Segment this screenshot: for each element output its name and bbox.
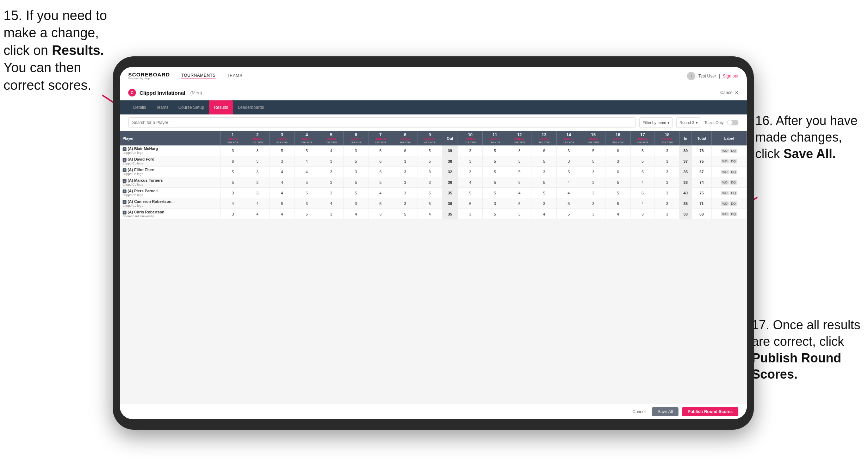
score-hole-1[interactable]: 5: [221, 177, 245, 188]
score-hole-14[interactable]: 3: [556, 156, 581, 167]
score-hole-1[interactable]: 6: [221, 156, 245, 167]
score-hole-16[interactable]: 3: [606, 156, 630, 167]
score-hole-9[interactable]: 3: [417, 167, 442, 177]
score-hole-8[interactable]: 6: [393, 145, 417, 156]
score-hole-13[interactable]: 5: [532, 177, 557, 188]
score-hole-1[interactable]: 4: [221, 198, 245, 209]
score-hole-2[interactable]: 4: [245, 198, 270, 209]
score-hole-7[interactable]: 4: [368, 188, 393, 198]
score-hole-16[interactable]: 5: [606, 198, 630, 209]
score-hole-15[interactable]: 5: [581, 156, 606, 167]
score-hole-12[interactable]: 3: [507, 145, 532, 156]
publish-round-scores-button[interactable]: Publish Round Scores: [682, 407, 738, 416]
score-hole-11[interactable]: 5: [483, 156, 507, 167]
score-hole-10[interactable]: 3: [458, 145, 483, 156]
score-hole-13[interactable]: 4: [532, 209, 557, 219]
nav-signout[interactable]: Sign out: [723, 74, 738, 79]
score-hole-7[interactable]: 5: [368, 198, 393, 209]
score-hole-5[interactable]: 3: [319, 156, 343, 167]
wd-button[interactable]: WD: [721, 159, 729, 163]
score-hole-18[interactable]: 3: [655, 167, 680, 177]
score-hole-2[interactable]: 3: [245, 177, 270, 188]
score-hole-2[interactable]: 3: [245, 167, 270, 177]
score-hole-12[interactable]: 5: [507, 167, 532, 177]
score-hole-9[interactable]: 5: [417, 198, 442, 209]
score-hole-16[interactable]: 4: [606, 209, 630, 219]
score-hole-6[interactable]: 3: [343, 198, 368, 209]
score-hole-12[interactable]: 5: [507, 177, 532, 188]
score-hole-14[interactable]: 5: [556, 209, 581, 219]
score-hole-3[interactable]: 5: [270, 145, 294, 156]
score-hole-18[interactable]: 3: [655, 209, 680, 219]
score-hole-15[interactable]: 3: [581, 198, 606, 209]
score-hole-3[interactable]: 4: [270, 167, 294, 177]
score-hole-3[interactable]: 4: [270, 188, 294, 198]
score-hole-6[interactable]: 3: [343, 145, 368, 156]
wd-button[interactable]: WD: [721, 170, 729, 174]
nav-teams[interactable]: TEAMS: [227, 73, 242, 79]
wd-button[interactable]: WD: [721, 149, 729, 153]
score-hole-4[interactable]: 3: [294, 198, 319, 209]
dq-button[interactable]: DQ: [730, 159, 737, 163]
score-hole-5[interactable]: 3: [319, 167, 343, 177]
score-hole-17[interactable]: 6: [630, 188, 655, 198]
score-hole-13[interactable]: 3: [532, 198, 557, 209]
score-hole-7[interactable]: 5: [368, 145, 393, 156]
score-hole-12[interactable]: 3: [507, 209, 532, 219]
wd-button[interactable]: WD: [721, 201, 729, 206]
score-hole-12[interactable]: 5: [507, 156, 532, 167]
score-hole-15[interactable]: 3: [581, 167, 606, 177]
score-hole-15[interactable]: 3: [581, 209, 606, 219]
wd-button[interactable]: WD: [721, 180, 729, 185]
score-hole-3[interactable]: 3: [270, 156, 294, 167]
score-hole-6[interactable]: 5: [343, 156, 368, 167]
score-hole-15[interactable]: 3: [581, 177, 606, 188]
score-hole-16[interactable]: 6: [606, 145, 630, 156]
tab-course-setup[interactable]: Course Setup: [173, 100, 209, 114]
score-hole-14[interactable]: 4: [556, 177, 581, 188]
score-hole-18[interactable]: 3: [655, 156, 680, 167]
dq-button[interactable]: DQ: [730, 212, 737, 216]
score-hole-16[interactable]: 6: [606, 167, 630, 177]
score-hole-13[interactable]: 3: [532, 167, 557, 177]
score-hole-18[interactable]: 3: [655, 145, 680, 156]
score-hole-17[interactable]: 4: [630, 198, 655, 209]
cancel-button[interactable]: Cancel: [630, 409, 648, 414]
score-hole-7[interactable]: 5: [368, 167, 393, 177]
tab-details[interactable]: Details: [128, 100, 151, 114]
search-input[interactable]: [128, 117, 636, 128]
score-hole-6[interactable]: 5: [343, 177, 368, 188]
score-hole-17[interactable]: 5: [630, 145, 655, 156]
score-hole-4[interactable]: 5: [294, 209, 319, 219]
score-hole-4[interactable]: 5: [294, 145, 319, 156]
score-hole-11[interactable]: 3: [483, 198, 507, 209]
tab-leaderboards[interactable]: Leaderboards: [233, 100, 269, 114]
score-hole-10[interactable]: 6: [458, 198, 483, 209]
score-hole-8[interactable]: 3: [393, 198, 417, 209]
score-hole-8[interactable]: 3: [393, 177, 417, 188]
score-hole-4[interactable]: 4: [294, 167, 319, 177]
score-hole-7[interactable]: 3: [368, 209, 393, 219]
score-hole-9[interactable]: 3: [417, 177, 442, 188]
score-hole-10[interactable]: 5: [458, 188, 483, 198]
score-hole-10[interactable]: 4: [458, 177, 483, 188]
score-hole-14[interactable]: 4: [556, 188, 581, 198]
score-hole-5[interactable]: 3: [319, 188, 343, 198]
score-hole-9[interactable]: 5: [417, 188, 442, 198]
score-hole-14[interactable]: 5: [556, 198, 581, 209]
score-hole-17[interactable]: 5: [630, 167, 655, 177]
score-hole-18[interactable]: 3: [655, 198, 680, 209]
score-hole-1[interactable]: 3: [221, 209, 245, 219]
score-hole-11[interactable]: 5: [483, 167, 507, 177]
score-hole-14[interactable]: 5: [556, 167, 581, 177]
cancel-x-button[interactable]: Cancel ✕: [720, 90, 738, 95]
score-hole-1[interactable]: 3: [221, 145, 245, 156]
score-hole-18[interactable]: 3: [655, 177, 680, 188]
score-hole-2[interactable]: 3: [245, 145, 270, 156]
dq-button[interactable]: DQ: [730, 201, 737, 206]
score-hole-5[interactable]: 3: [319, 209, 343, 219]
score-hole-3[interactable]: 4: [270, 177, 294, 188]
dq-button[interactable]: DQ: [730, 191, 737, 195]
totals-only-toggle[interactable]: [727, 120, 738, 125]
score-hole-2[interactable]: 4: [245, 209, 270, 219]
